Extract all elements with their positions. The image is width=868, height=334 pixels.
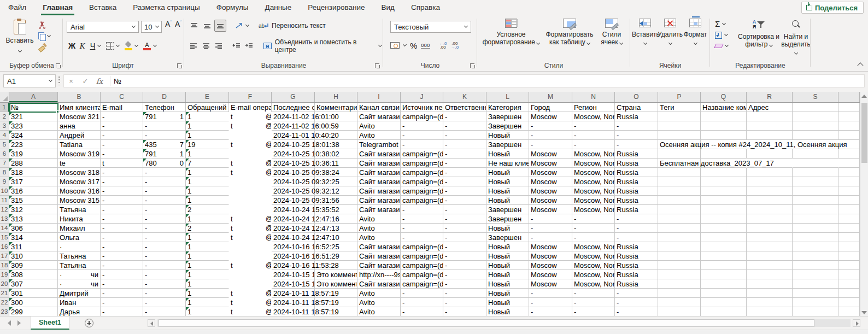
cell-H16[interactable]	[315, 242, 357, 251]
cell-P18[interactable]	[658, 261, 701, 270]
cell-J19[interactable]: campaign=(direct	[401, 270, 443, 279]
cell-M21[interactable]: -	[529, 289, 572, 298]
percent-style-button[interactable]: %	[410, 41, 417, 50]
cell-P11[interactable]	[658, 196, 701, 205]
cell-N11[interactable]: Moscow, North	[572, 196, 615, 205]
cell-Q21[interactable]	[701, 289, 747, 298]
cell-N21[interactable]: -	[572, 289, 615, 298]
cell-N9[interactable]: Moscow, North	[572, 177, 615, 186]
cell-I17[interactable]: Сайт магазина	[357, 251, 401, 261]
row-header-19[interactable]: 19	[0, 270, 9, 279]
cell-T13[interactable]	[838, 214, 860, 224]
tab-Вид[interactable]: Вид	[373, 0, 403, 15]
row-header-9[interactable]: 9	[0, 177, 9, 186]
cell-C12[interactable]: -	[101, 205, 143, 214]
cell-M18[interactable]: Moscow	[529, 261, 572, 270]
cell-D19[interactable]: -	[143, 270, 186, 279]
cell-E7[interactable]: 7	[186, 159, 229, 168]
cell-C16[interactable]: -	[101, 242, 143, 251]
cell-Q11[interactable]	[701, 196, 747, 205]
cell-Q2[interactable]	[701, 112, 747, 121]
cell-L8[interactable]: Новый	[486, 168, 529, 177]
cell-P9[interactable]	[658, 177, 701, 186]
cell-N18[interactable]: Moscow, North	[572, 261, 615, 270]
cell-N16[interactable]: Moscow, North	[572, 242, 615, 251]
cell-L3[interactable]: Завершен	[486, 121, 529, 131]
cell-O19[interactable]: Russia	[615, 270, 658, 279]
cell-Q19[interactable]	[701, 270, 747, 279]
cell-S20[interactable]	[793, 279, 838, 289]
cell-O3[interactable]: -	[615, 121, 658, 131]
cell-J21[interactable]: -	[401, 289, 443, 298]
cell-I8[interactable]: Сайт магазина	[357, 168, 401, 177]
cell-J15[interactable]: -	[401, 233, 443, 242]
cell-F6[interactable]	[229, 149, 272, 159]
chevron-down-icon[interactable]	[403, 43, 407, 46]
cell-S1[interactable]	[793, 103, 838, 112]
cell-M23[interactable]: -	[529, 307, 572, 316]
cell-T8[interactable]	[838, 168, 860, 177]
cell-B7[interactable]: te	[58, 159, 101, 168]
cell-J22[interactable]: -	[401, 298, 443, 307]
cell-Q17[interactable]	[701, 251, 747, 261]
cell-B12[interactable]: Татьяна	[58, 205, 101, 214]
cell-P10[interactable]	[658, 186, 701, 196]
cell-F21[interactable]: t@	[229, 289, 272, 298]
cell-O7[interactable]: Russia	[615, 159, 658, 168]
cell-N1[interactable]: Регион	[572, 103, 615, 112]
cell-C2[interactable]: -	[101, 112, 143, 121]
formula-bar-handle[interactable]	[58, 77, 60, 85]
cell-I4[interactable]: Avito	[357, 131, 401, 140]
comma-style-button[interactable]: 000	[421, 43, 430, 49]
cell-Q3[interactable]	[701, 121, 747, 131]
horizontal-scrollbar[interactable]	[148, 318, 860, 328]
number-format-combobox[interactable]: Текстовый	[390, 21, 471, 33]
cell-F1[interactable]: E-mail оператора	[229, 103, 272, 112]
cell-C19[interactable]: -	[101, 270, 143, 279]
cell-A22[interactable]: 300	[9, 298, 58, 307]
cell-H3[interactable]	[315, 121, 357, 131]
cell-J23[interactable]: -	[401, 307, 443, 316]
cell-N23[interactable]: -	[572, 307, 615, 316]
cell-L22[interactable]: Новый	[486, 298, 529, 307]
row-header-16[interactable]: 16	[0, 242, 9, 251]
cell-K5[interactable]: -	[443, 140, 486, 149]
cell-H21[interactable]	[315, 289, 357, 298]
cell-H9[interactable]	[315, 177, 357, 186]
cell-N19[interactable]: Moscow, North	[572, 270, 615, 279]
cell-O6[interactable]: Russia	[615, 149, 658, 159]
cell-F17[interactable]	[229, 251, 272, 261]
cell-O10[interactable]: Russia	[615, 186, 658, 196]
cell-C9[interactable]: -	[101, 177, 143, 186]
cell-T2[interactable]	[838, 112, 860, 121]
cell-I18[interactable]: Сайт магазина	[357, 261, 401, 270]
cell-K6[interactable]: -	[443, 149, 486, 159]
cell-A18[interactable]: 309	[9, 261, 58, 270]
cell-R22[interactable]	[747, 298, 793, 307]
cell-Q4[interactable]	[701, 131, 747, 140]
cell-T15[interactable]	[838, 233, 860, 242]
cell-D13[interactable]: -	[143, 214, 186, 224]
cell-P7[interactable]: Бесплатная доставка_2023_07_17	[658, 159, 701, 168]
column-header-overflow[interactable]	[838, 92, 860, 102]
cell-H4[interactable]	[315, 131, 357, 140]
cell-T7[interactable]	[838, 159, 860, 168]
cell-R17[interactable]	[747, 251, 793, 261]
add-sheet-button[interactable]	[85, 319, 93, 327]
cell-O4[interactable]: -	[615, 131, 658, 140]
orientation-button[interactable]	[233, 20, 245, 32]
cell-G18[interactable]: 2024-10-16 11:53:28	[272, 261, 315, 270]
row-header-5[interactable]: 5	[0, 140, 9, 149]
cell-M11[interactable]: Moscow	[529, 196, 572, 205]
cell-R20[interactable]	[747, 279, 793, 289]
tab-Разметка страницы[interactable]: Разметка страницы	[125, 0, 208, 15]
cell-F13[interactable]: t@	[229, 214, 272, 224]
cell-B15[interactable]: Ольга	[58, 233, 101, 242]
cell-G21[interactable]: 2024-10-11 18:57:19	[272, 289, 315, 298]
cell-K22[interactable]: -	[443, 298, 486, 307]
cell-D4[interactable]: -	[143, 131, 186, 140]
cell-B10[interactable]: Moscow 316	[58, 186, 101, 196]
cell-F22[interactable]: t@	[229, 298, 272, 307]
cell-E8[interactable]: 1	[186, 168, 229, 177]
cell-L1[interactable]: Категория	[486, 103, 529, 112]
